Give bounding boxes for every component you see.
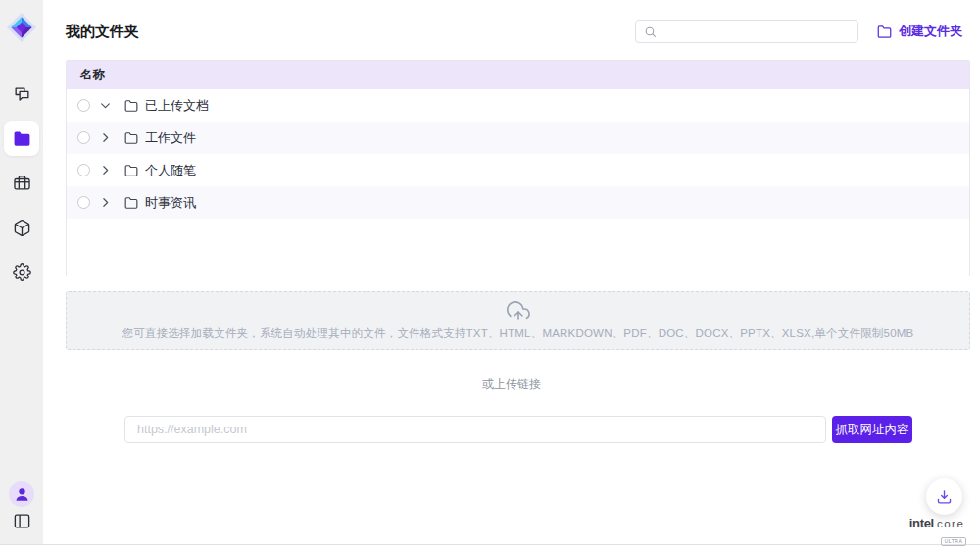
url-upload-row: 抓取网址内容 [124,416,980,443]
folder-table: 名称 已上传文档 工作文件 [66,60,970,276]
folder-table-body: 已上传文档 工作文件 个人随笔 [67,89,969,219]
sidebar-item-workspace[interactable] [4,165,39,200]
folder-outline-icon [124,99,138,113]
download-icon [936,488,953,505]
row-checkbox[interactable] [77,196,90,209]
page-header: 我的文件夹 创建文件夹 [43,0,980,43]
search-icon [644,25,657,38]
folder-outline-icon [124,164,138,177]
row-checkbox[interactable] [77,131,90,144]
chevron-icon[interactable] [99,164,112,176]
fetch-url-button[interactable]: 抓取网址内容 [832,416,912,443]
page-title: 我的文件夹 [66,23,139,41]
chat-icon [13,85,31,104]
upload-hint-text: 您可直接选择加载文件夹，系统自动处理其中的文件，文件格式支持TXT、HTML、M… [122,326,914,341]
table-row[interactable]: 个人随笔 [67,154,969,186]
table-row[interactable]: 时事资讯 [67,186,969,219]
cloud-upload-icon [507,300,530,324]
url-input[interactable] [124,416,826,443]
sidebar-item-settings[interactable] [4,254,39,289]
chevron-icon[interactable] [99,99,112,112]
sidebar-item-folders[interactable] [4,121,39,156]
chevron-icon[interactable] [99,196,112,209]
folder-create-icon [877,25,892,39]
or-upload-link-label: 或上传链接 [43,376,980,393]
row-label: 个人随笔 [145,162,196,179]
search-box[interactable] [635,20,858,43]
folder-icon [13,129,31,148]
gem-logo-icon [7,13,36,42]
create-folder-button[interactable]: 创建文件夹 [877,23,962,40]
panel-layout-icon [13,512,31,530]
cube-icon [13,219,31,237]
app-window: 我的文件夹 创建文件夹 名称 [0,0,980,545]
app-logo [4,10,39,45]
folder-outline-icon [124,196,138,210]
table-row[interactable]: 工作文件 [67,122,969,154]
gear-icon [13,263,31,281]
main-content: 我的文件夹 创建文件夹 名称 [43,0,980,544]
ultra-badge: ultra [941,537,967,546]
column-header-name: 名称 [80,67,105,83]
create-folder-label: 创建文件夹 [899,23,962,40]
download-fab[interactable] [926,478,962,515]
row-checkbox[interactable] [77,99,90,112]
row-label: 时事资讯 [145,194,196,212]
chevron-icon[interactable] [99,131,112,144]
row-checkbox[interactable] [77,164,90,176]
user-avatar-icon [13,485,31,504]
row-label: 工作文件 [145,129,196,147]
sidebar-item-chat[interactable] [4,76,39,112]
sidebar-item-models[interactable] [4,210,39,245]
row-label: 已上传文档 [145,97,209,115]
table-row[interactable]: 已上传文档 [67,89,969,122]
folder-outline-icon [124,131,138,145]
intel-wordmark: intel [909,517,934,529]
sidebar [0,0,43,544]
upload-dropzone[interactable]: 您可直接选择加载文件夹，系统自动处理其中的文件，文件格式支持TXT、HTML、M… [66,291,970,350]
sidebar-collapse-toggle[interactable] [4,503,39,538]
briefcase-icon [13,174,31,192]
search-input[interactable] [662,25,850,38]
intel-core-ultra-logo: intel core ultra [905,517,969,546]
core-wordmark: core [937,519,964,530]
table-header-row: 名称 [67,61,969,89]
